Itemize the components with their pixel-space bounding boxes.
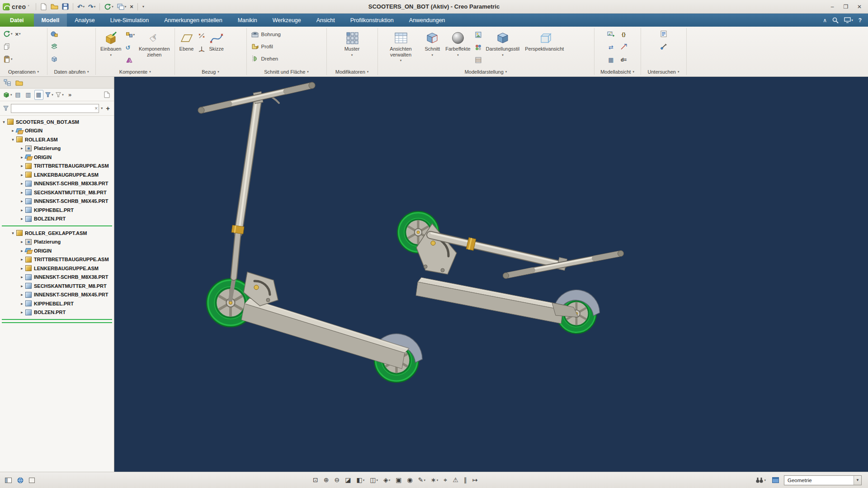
tree-item[interactable]: ▸SECHSKANTMUTTER_M8.PRT — [0, 282, 114, 291]
mirror-component-button[interactable] — [125, 56, 134, 65]
tab-modell[interactable]: Modell — [34, 14, 67, 27]
tree-item[interactable]: ▸ORIGIN — [0, 127, 114, 136]
tree-item[interactable]: ▸INNENSKT-SCHRB_M8X38.PRT — [0, 273, 114, 282]
close-window-button[interactable]: × — [128, 3, 135, 10]
tab-datei[interactable]: Datei — [0, 14, 34, 27]
navigator-toggle-button[interactable] — [4, 477, 13, 484]
tab-manikin[interactable]: Manikin — [230, 14, 265, 27]
ribbon-display-options-icon[interactable]: ▾ — [844, 17, 853, 23]
drehen-button[interactable]: Drehen — [249, 53, 283, 65]
tree-item[interactable]: ▸Platzierung — [0, 238, 114, 247]
saved-orientations-icon[interactable]: ◫▾ — [368, 476, 379, 484]
tree-expander-icon[interactable]: ▸ — [19, 266, 25, 271]
switch-symbols-button[interactable]: ⇄ — [608, 43, 614, 52]
display-style-icon[interactable]: ◧▾ — [355, 476, 366, 484]
user-defined-feature-button[interactable] — [50, 29, 59, 38]
tree-search-input[interactable] — [11, 104, 99, 113]
tab-profilkonstruktion[interactable]: Profilkonstruktion — [343, 14, 401, 27]
tree-filter-button[interactable]: ▾ — [45, 90, 54, 100]
tree-item[interactable]: ▸KIPPHEBEL.PRT — [0, 299, 114, 308]
datum-display-icon[interactable]: ∗▾ — [429, 476, 439, 484]
tree-item[interactable]: ▸BOLZEN.PRT — [0, 215, 114, 224]
perspektivansicht-button[interactable]: Perspektivansicht — [523, 28, 566, 52]
undo-button[interactable]: ↶▾ — [76, 3, 86, 11]
copy-button[interactable] — [2, 42, 11, 51]
tree-item[interactable]: ▸Platzierung — [0, 144, 114, 153]
windows-button[interactable]: ▾ — [116, 3, 128, 11]
relations-button[interactable]: {} — [621, 31, 627, 38]
measure-button[interactable] — [659, 42, 668, 51]
shrinkwrap-button[interactable] — [50, 55, 59, 64]
tree-expander-icon[interactable]: ▸ — [19, 239, 25, 244]
show-button[interactable]: ▾ — [3, 90, 12, 100]
schnitt-button[interactable]: Schnitt▾ — [423, 28, 443, 58]
tree-item[interactable]: ▾ROLLER.ASM — [0, 135, 114, 144]
bohrung-button[interactable]: Bohrung — [249, 28, 283, 40]
group-label-operationen[interactable]: Operationen▾ — [0, 67, 47, 76]
tree-item[interactable]: ▸KIPPHEBEL.PRT — [0, 206, 114, 215]
save-button[interactable] — [61, 2, 70, 11]
group-label-modelldarstellung[interactable]: Modelldarstellung▾ — [378, 67, 594, 76]
help-icon[interactable]: ? — [859, 17, 862, 23]
texture-button[interactable] — [474, 56, 483, 65]
tree-item[interactable]: ▸SECHSKANTMUTTER_M8.PRT — [0, 188, 114, 197]
warnings-icon[interactable]: ⚠ — [451, 476, 460, 484]
tree-expander-icon[interactable]: ▸ — [19, 208, 25, 212]
tree-info-button[interactable] — [102, 90, 111, 100]
tree-item[interactable]: ▸LENKERBAUGRUPPE.ASM — [0, 170, 114, 179]
group-label-untersuchen[interactable]: Untersuchen▾ — [641, 67, 686, 76]
tree-item[interactable]: ▾SCOOTERS_ON_BOT.ASM — [0, 117, 114, 127]
tree-expander-icon[interactable]: ▸ — [19, 164, 25, 168]
muster-button[interactable]: Muster▾ — [342, 28, 362, 58]
expand-search-button[interactable]: + — [104, 104, 111, 112]
activate-window-button[interactable] — [771, 476, 780, 484]
group-label-modellabsicht[interactable]: Modellabsicht▾ — [594, 67, 641, 76]
darstellungsstil-button[interactable]: Darstellungsstil▾ — [484, 28, 522, 58]
tab-ansicht[interactable]: Ansicht — [309, 14, 343, 27]
resume-icon[interactable]: ↦ — [471, 476, 479, 484]
feature-info-button[interactable] — [659, 29, 668, 38]
redo-button[interactable]: ↷▾ — [87, 3, 97, 11]
profil-button[interactable]: Profil — [249, 41, 283, 52]
maximize-button[interactable]: ❐ — [840, 2, 852, 11]
paste-button[interactable]: ▾ — [2, 55, 14, 64]
tree-detail-view-icon[interactable]: ▥ — [24, 90, 33, 100]
annotation-display-icon[interactable]: ✎▾ — [417, 476, 427, 484]
tree-item[interactable]: ▸ORIGIN — [0, 246, 114, 255]
tree-item[interactable]: ▸INNENSKT-SCHRB_M6X45.PRT — [0, 197, 114, 206]
tree-expander-icon[interactable]: ▸ — [19, 173, 25, 177]
geometry-filter-select[interactable]: Geometrie ▼ — [784, 475, 862, 485]
komponenten-ziehen-button[interactable]: ☞ Komponenten ziehen — [137, 28, 172, 57]
group-label-modifikatoren[interactable]: Modifikatoren▾ — [327, 67, 377, 76]
tree-item[interactable]: ▸BOLZEN.PRT — [0, 308, 114, 317]
customize-qat-button[interactable]: ▾ — [141, 4, 146, 9]
tree-columns-icon[interactable]: ▦ — [34, 90, 43, 100]
tree-expander-icon[interactable]: ▾ — [1, 120, 7, 124]
tree-expander-icon[interactable]: ▸ — [19, 190, 25, 195]
view-manager-icon[interactable]: ◈▾ — [382, 476, 392, 484]
tab-analyse[interactable]: Analyse — [67, 14, 102, 27]
tree-settings-button[interactable]: ▾ — [55, 90, 64, 100]
tree-expander-icon[interactable]: ▸ — [19, 284, 25, 288]
repaint-icon[interactable]: ◪ — [344, 476, 352, 484]
copy-geometry-button[interactable] — [50, 42, 59, 51]
fullscreen-toggle-button[interactable] — [28, 477, 36, 484]
tab-live-simulation[interactable]: Live-Simulation — [103, 14, 156, 27]
clear-search-icon[interactable]: × — [94, 106, 98, 111]
coordinate-system-button[interactable] — [197, 44, 206, 53]
skizze-button[interactable]: Skizze — [207, 28, 226, 52]
tree-expander-icon[interactable]: ▸ — [19, 199, 25, 203]
group-label-schnitt-und-flaeche[interactable]: Schnitt und Fläche▾ — [247, 67, 326, 76]
tree-expander-icon[interactable]: ▸ — [19, 181, 25, 186]
render-style-icon[interactable]: ◉ — [406, 476, 414, 484]
search-icon[interactable] — [832, 17, 839, 23]
parameters-button[interactable]: d= — [620, 56, 627, 63]
minimize-button[interactable]: – — [826, 2, 838, 11]
tree-expander-icon[interactable]: ▸ — [19, 310, 25, 314]
find-button[interactable]: ▾ — [754, 476, 767, 484]
tree-item[interactable]: ▾ROLLER_GEKLAPPT.ASM — [0, 229, 114, 238]
tree-item[interactable]: ▸TRITTBRETTBAUGRUPPE.ASM — [0, 255, 114, 264]
regenerate-button[interactable]: ▾ — [103, 2, 115, 11]
tab-anwendungen[interactable]: Anwendungen — [401, 14, 453, 27]
group-label-bezug[interactable]: Bezug▾ — [175, 67, 246, 76]
